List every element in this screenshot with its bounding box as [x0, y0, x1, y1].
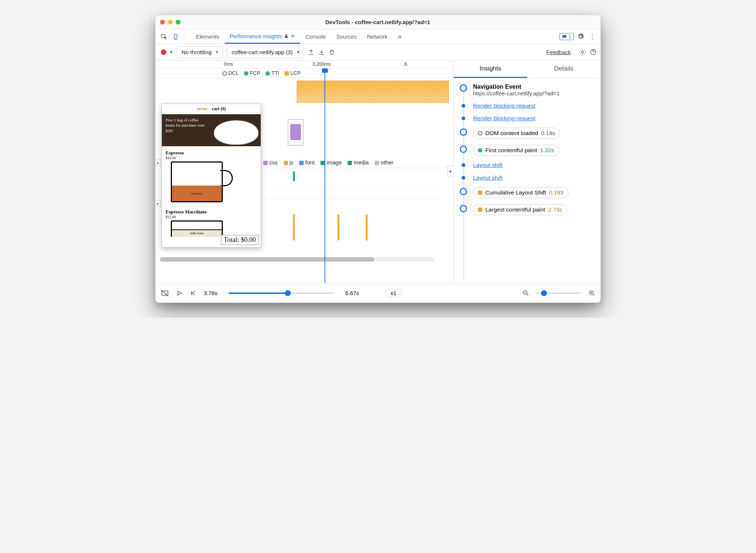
skip-start-icon[interactable] — [190, 290, 196, 297]
panel-settings-icon[interactable] — [579, 49, 586, 56]
render-block-link[interactable]: Render blocking request — [473, 115, 535, 121]
preview-promo: Free 1 bag of coffee beans for purchase … — [162, 114, 261, 146]
main-thread-block[interactable] — [297, 81, 449, 103]
preview-cart-link: cart (0) — [212, 106, 226, 112]
preview-header: menu cart (0) — [162, 104, 261, 114]
settings-icon[interactable] — [575, 32, 586, 42]
tab-elements[interactable]: Elements — [191, 29, 225, 44]
legend-media: media — [348, 159, 369, 166]
horizontal-scrollbar[interactable] — [160, 257, 435, 262]
insights-pane: Insights Details Navigation Event https:… — [454, 60, 600, 283]
zoom-slider[interactable] — [537, 292, 581, 294]
more-icon[interactable]: ⋮ — [587, 32, 597, 42]
tab-details[interactable]: Details — [527, 60, 601, 78]
help-icon[interactable] — [590, 49, 597, 56]
lcp-marker-icon — [478, 207, 482, 212]
nav-event-title: Navigation Event — [473, 84, 597, 90]
event-fcp[interactable]: First contentful paint 1.32s — [460, 145, 597, 156]
event-lcp[interactable]: Largest contentful paint 2.73s — [460, 204, 597, 215]
delete-icon[interactable] — [329, 49, 335, 55]
row-expand-2[interactable]: ▸ — [156, 200, 161, 207]
event-render-block-1[interactable]: Render blocking request — [460, 102, 597, 109]
zoom-out-icon[interactable] — [522, 290, 529, 297]
insights-body[interactable]: Navigation Event https://coffee-cart.net… — [454, 78, 600, 283]
device-toggle-icon[interactable] — [170, 32, 181, 42]
ruler-tick: 0ms — [224, 61, 233, 67]
metric-label: First contentful paint — [485, 147, 537, 154]
product-name: Espresso Macchiato — [166, 209, 257, 215]
event-cls[interactable]: Cumulative Layout Shift 0.193 — [460, 187, 597, 198]
svg-line-13 — [593, 294, 594, 296]
zoom-level[interactable]: x1 — [385, 289, 402, 297]
close-window-icon[interactable] — [160, 20, 165, 24]
event-dcl[interactable]: DOM content loaded 0.14s — [460, 128, 597, 139]
marker-fcp: FCP — [244, 70, 260, 76]
session-select[interactable]: coffee-cart.netlify.app (3) ▼ — [227, 46, 304, 58]
feedback-link[interactable]: Feedback — [546, 49, 571, 55]
event-layout-shift-2[interactable]: Layout shift — [460, 174, 597, 181]
playhead[interactable] — [325, 69, 325, 283]
filmstrip-thumb[interactable] — [288, 119, 303, 146]
tab-performance-insights[interactable]: Performance insights ✕ — [225, 29, 300, 44]
tab-label: Console — [305, 33, 326, 40]
row-expand-1[interactable]: ▸ — [156, 159, 161, 166]
window-title: DevTools - coffee-cart.netlify.app/?ad=1 — [180, 19, 575, 25]
collapse-right-icon[interactable]: ▸ — [447, 166, 453, 176]
preview-product-2: Espresso Macchiato $12.00 milk foam Tota… — [162, 205, 261, 247]
fcp-marker-icon — [478, 148, 482, 153]
tab-network[interactable]: Network — [362, 29, 393, 44]
tab-console[interactable]: Console — [300, 29, 331, 44]
event-render-block-2[interactable]: Render blocking request — [460, 115, 597, 122]
record-icon — [161, 49, 166, 55]
current-time: 3.78s — [204, 290, 218, 296]
tab-sources[interactable]: Sources — [331, 29, 362, 44]
chevron-down-icon: ▼ — [215, 50, 219, 54]
upload-icon[interactable] — [308, 49, 315, 56]
record-button[interactable]: ▼ — [161, 49, 173, 55]
chevron-down-icon: ▼ — [296, 50, 300, 54]
event-navigation[interactable]: Navigation Event https://coffee-cart.net… — [460, 84, 597, 96]
lane-area[interactable]: ▸ ▸ css js font image media other — [156, 78, 453, 263]
cls-marker-icon — [478, 190, 482, 195]
preview-total: Total: $0.00 — [221, 235, 258, 245]
maximize-window-icon[interactable] — [176, 20, 180, 24]
replay-off-icon[interactable] — [161, 289, 169, 297]
tabs-row: Elements Performance insights ✕ Console … — [156, 29, 600, 44]
mug-foam-label: milk foam — [172, 229, 222, 237]
timeline-pane[interactable]: 0ms 3,200ms 6, DCL FCP TTI LCP ▸ ▸ — [156, 60, 454, 283]
layout-shift-link[interactable]: Layout shift — [473, 174, 502, 181]
marker-tti: TTI — [265, 70, 279, 76]
tabs-overflow-icon[interactable]: » — [393, 29, 407, 44]
insights-tabs: Insights Details — [454, 60, 600, 78]
download-icon[interactable] — [318, 49, 325, 56]
flask-icon — [284, 33, 289, 39]
metric-label: DOM content loaded — [485, 130, 538, 137]
messages-badge[interactable]: 1 — [559, 33, 574, 40]
throttling-select[interactable]: No throttling ▼ — [177, 46, 223, 58]
product-name: Espresso — [166, 150, 257, 156]
playback-bar: 3.78s 6.67s x1 — [156, 283, 600, 302]
legend-font: font — [299, 159, 315, 166]
end-time: 6.67s — [345, 290, 359, 296]
legend-js: js — [284, 159, 294, 166]
marker-lcp: LCP — [284, 70, 300, 76]
devtools-window: DevTools - coffee-cart.netlify.app/?ad=1… — [155, 15, 601, 303]
play-icon[interactable] — [176, 290, 182, 296]
close-tab-icon[interactable]: ✕ — [291, 33, 295, 39]
tab-label: Sources — [336, 33, 356, 40]
time-slider[interactable] — [229, 292, 334, 294]
minimize-window-icon[interactable] — [168, 20, 173, 24]
chevron-down-icon[interactable]: ▼ — [169, 50, 173, 54]
preview-product-1: Espresso $10.00 espresso — [162, 146, 261, 202]
tab-insights[interactable]: Insights — [454, 60, 527, 78]
zoom-in-icon[interactable] — [589, 290, 595, 297]
inspect-icon[interactable] — [159, 32, 169, 42]
metric-label: Cumulative Layout Shift — [485, 189, 546, 196]
layout-shift-link[interactable]: Layout shift — [473, 162, 502, 168]
legend-image: image — [320, 159, 342, 166]
render-block-link[interactable]: Render blocking request — [473, 102, 535, 109]
marker-dcl: DCL — [222, 70, 239, 76]
event-layout-shift-1[interactable]: Layout shift — [460, 162, 597, 168]
tab-label: Performance insights — [230, 33, 282, 39]
ruler-tick: 3,200ms — [312, 61, 331, 67]
